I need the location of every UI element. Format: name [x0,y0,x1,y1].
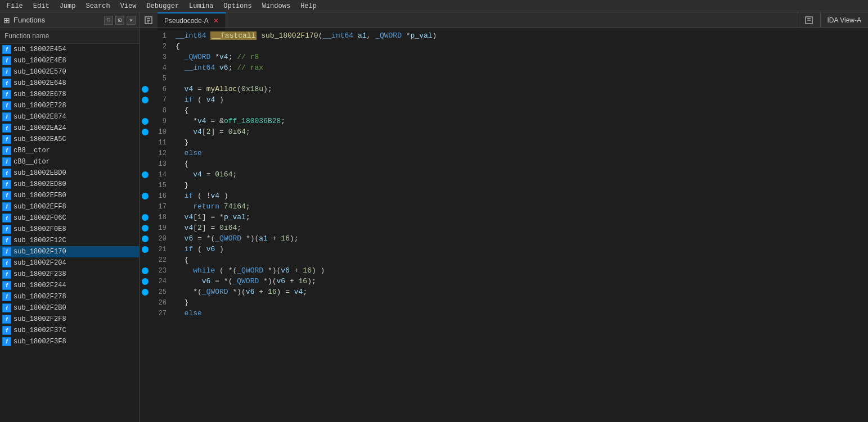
code-line[interactable]: 23 while ( *(_QWORD *)(v6 + 16) ) [140,265,868,276]
code-line[interactable]: 6 v4 = myAlloc(0x18u); [140,84,868,94]
function-list-item[interactable]: fcB8__ctor [0,145,139,156]
menu-lumina[interactable]: Lumina [185,1,218,11]
breakpoint-area[interactable] [140,246,151,253]
function-icon: f [2,270,11,279]
breakpoint-area[interactable] [140,235,151,242]
code-line[interactable]: 2{ [140,41,868,52]
function-list-item[interactable]: fsub_18002ED80 [0,179,139,190]
menu-windows[interactable]: Windows [258,1,295,11]
code-line[interactable]: 9 *v4 = &off_180036B28; [140,116,868,126]
code-line[interactable]: 8 { [140,105,868,116]
code-line[interactable]: 17 return 74i64; [140,201,868,212]
function-list-item[interactable]: fsub_18002F06C [0,212,139,224]
function-icon: f [2,135,11,144]
code-area[interactable]: 1__int64 __fastcall sub_18002F170(__int6… [140,28,868,422]
function-list-item[interactable]: fsub_18002E728 [0,100,139,111]
function-name: sub_18002E728 [14,102,66,110]
breakpoint-area[interactable] [140,86,151,93]
panel-float-btn[interactable]: ⊡ [115,16,124,25]
panel-close-btn[interactable]: ✕ [127,16,136,25]
function-list-item[interactable]: fsub_18002E678 [0,89,139,100]
code-line[interactable]: 5 [140,73,868,84]
function-list-item[interactable]: fsub_18002F3F8 [0,336,139,347]
function-list-item[interactable]: fsub_18002EA24 [0,122,139,134]
menu-help[interactable]: Help [296,1,321,11]
line-number: 17 [151,203,171,211]
menu-file[interactable]: File [2,1,28,11]
menu-view[interactable]: View [116,1,141,11]
menu-edit[interactable]: Edit [29,1,54,11]
function-list-item[interactable]: fsub_18002F204 [0,257,139,269]
line-content: v6 = *(_QWORD *)(v6 + 16); [171,276,868,287]
code-line[interactable]: 11 } [140,137,868,148]
menu-debugger[interactable]: Debugger [142,1,183,11]
breakpoint-area[interactable] [140,129,151,135]
function-name: sub_18002F2F8 [14,315,66,323]
function-list-item[interactable]: fsub_18002F0E8 [0,224,139,235]
menu-search[interactable]: Search [81,1,114,11]
code-line[interactable]: 27 else [140,308,868,319]
breakpoint-area[interactable] [140,278,151,285]
breakpoint-area[interactable] [140,118,151,125]
function-list-item[interactable]: fsub_18002EA5C [0,134,139,145]
pseudocode-tab[interactable]: Pseudocode-A ✕ [158,12,226,28]
function-list-item[interactable]: fsub_18002F238 [0,269,139,280]
code-line[interactable]: 4 __int64 v6; // rax [140,62,868,73]
breakpoint-area[interactable] [140,267,151,274]
breakpoint-area[interactable] [140,214,151,221]
code-line[interactable]: 18 v4[1] = *p_val; [140,212,868,223]
code-line[interactable]: 19 v4[2] = 0i64; [140,223,868,233]
code-line[interactable]: 16 if ( !v4 ) [140,190,868,201]
tab-close-btn[interactable]: ✕ [213,17,219,25]
functions-list[interactable]: fsub_18002E454fsub_18002E4E8fsub_18002E5… [0,44,139,422]
function-list-item[interactable]: fsub_18002F37C [0,325,139,336]
code-line[interactable]: 20 v6 = *(_QWORD *)(a1 + 16); [140,233,868,244]
breakpoint-area[interactable] [140,289,151,296]
function-list-item[interactable]: fsub_18002F278 [0,291,139,302]
code-line[interactable]: 26 } [140,297,868,308]
function-list-item[interactable]: fsub_18002E454 [0,44,139,55]
breakpoint-area[interactable] [140,171,151,178]
ida-view-tab[interactable]: IDA View-A [820,12,868,28]
breakpoint-area[interactable] [140,225,151,232]
line-number: 20 [151,235,171,243]
function-list-item[interactable]: fsub_18002F2F8 [0,314,139,325]
code-line[interactable]: 13 { [140,158,868,169]
function-list-item[interactable]: fsub_18002E874 [0,111,139,122]
function-name: sub_18002F0E8 [14,225,66,233]
line-number: 21 [151,246,171,253]
code-line[interactable]: 12 else [140,148,868,158]
panel-minimize-btn[interactable]: □ [104,16,113,25]
function-list-item[interactable]: fsub_18002F170 [0,246,139,257]
code-line[interactable]: 24 v6 = *(_QWORD *)(v6 + 16); [140,276,868,287]
code-line[interactable]: 7 if ( v4 ) [140,94,868,105]
function-list-item[interactable]: fsub_18002F12C [0,235,139,246]
line-content: { [171,41,868,52]
function-list-item[interactable]: fsub_18002E570 [0,66,139,78]
line-content: else [171,308,868,319]
code-line[interactable]: 25 *(_QWORD *)(v6 + 16) = v4; [140,287,868,297]
code-line[interactable]: 10 v4[2] = 0i64; [140,126,868,137]
code-line[interactable]: 22 { [140,255,868,265]
code-line[interactable]: 3 _QWORD *v4; // r8 [140,52,868,62]
breakpoint-area[interactable] [140,97,151,103]
breakpoint-area[interactable] [140,193,151,199]
menu-options[interactable]: Options [219,1,256,11]
line-content: } [171,297,868,308]
code-line[interactable]: 21 if ( v6 ) [140,244,868,255]
code-line[interactable]: 15 } [140,180,868,190]
function-list-item[interactable]: fsub_18002F244 [0,280,139,291]
function-list-item[interactable]: fsub_18002E4E8 [0,55,139,66]
function-name: cB8__dtor [14,158,50,166]
function-list-item[interactable]: fcB8__dtor [0,156,139,167]
function-list-item[interactable]: fsub_18002EBD0 [0,167,139,179]
code-line[interactable]: 14 v4 = 0i64; [140,169,868,180]
menu-jump[interactable]: Jump [55,1,80,11]
code-line[interactable]: 1__int64 __fastcall sub_18002F170(__int6… [140,30,868,41]
function-list-item[interactable]: fsub_18002E648 [0,78,139,89]
function-list-item[interactable]: fsub_18002F2B0 [0,302,139,314]
function-name: sub_18002F170 [14,248,66,256]
function-list-item[interactable]: fsub_18002EFF8 [0,201,139,212]
function-list-item[interactable]: fsub_18002EFB0 [0,190,139,201]
function-name: sub_18002F204 [14,259,66,267]
